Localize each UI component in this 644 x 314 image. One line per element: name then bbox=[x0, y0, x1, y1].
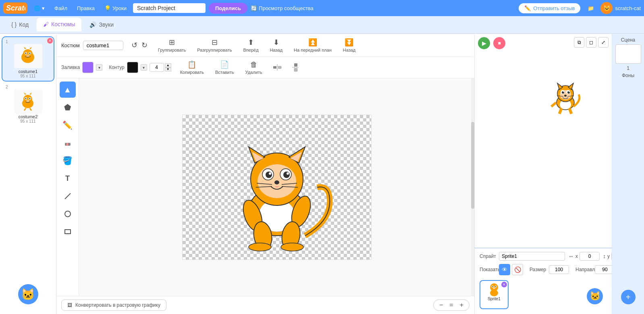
drawing-canvas[interactable] bbox=[182, 115, 372, 260]
svg-point-69 bbox=[564, 95, 567, 97]
edit-menu-button[interactable]: Правка bbox=[74, 4, 98, 13]
y-arrow-icon: ↕ bbox=[603, 253, 606, 260]
x-input[interactable] bbox=[580, 252, 600, 261]
full-screen-toggle[interactable]: ◻ bbox=[586, 37, 596, 48]
feedback-button[interactable]: ✏️ Отправить отзыв bbox=[518, 2, 581, 14]
community-button[interactable]: 🔄 Просмотр сообщества bbox=[251, 5, 314, 11]
tab-code[interactable]: { } Код bbox=[5, 18, 35, 31]
costume-item-2[interactable]: 2 costume2 95 x 111 bbox=[2, 82, 54, 126]
costume-name-input[interactable] bbox=[83, 41, 123, 50]
code-tab-label: Код bbox=[19, 21, 29, 28]
stroke-dropdown[interactable]: ▾ bbox=[141, 64, 147, 71]
stroke-label: Контур bbox=[109, 65, 124, 70]
stroke-size-down[interactable]: ▼ bbox=[165, 67, 171, 71]
fill-dropdown[interactable]: ▾ bbox=[96, 64, 102, 71]
sprite-card-close[interactable]: ✕ bbox=[501, 282, 507, 287]
rect-tool[interactable] bbox=[60, 224, 76, 240]
zoom-in-button[interactable]: + bbox=[458, 301, 465, 309]
add-costume-button[interactable]: 🐱 bbox=[18, 284, 38, 304]
back-label: Назад bbox=[343, 48, 356, 52]
svg-point-44 bbox=[269, 172, 271, 175]
small-stage-button[interactable]: ⧉ bbox=[574, 37, 584, 48]
group-label: Группировать bbox=[158, 48, 186, 52]
stroke-swatch[interactable] bbox=[127, 62, 138, 73]
tab-sounds[interactable]: 🔊 Звуки bbox=[83, 18, 120, 31]
sprite-name-input[interactable] bbox=[499, 252, 565, 261]
sprite-card-1[interactable]: ✕ Sprite1 bbox=[480, 280, 509, 309]
costume-num-2: 2 bbox=[6, 85, 8, 89]
zoom-out-button[interactable]: − bbox=[438, 301, 445, 309]
community-label: Просмотр сообщества bbox=[259, 5, 314, 11]
circle-icon bbox=[64, 210, 72, 218]
text-tool[interactable]: T bbox=[60, 170, 76, 186]
editor-panel: Костюм ↺ ↻ ⊞ Группировать ⊟ Разгруппиров… bbox=[56, 34, 475, 314]
stroke-size-input[interactable] bbox=[150, 63, 164, 72]
pencil-icon: ✏️ bbox=[524, 5, 531, 11]
eraser-tool[interactable] bbox=[60, 135, 76, 151]
reshape-tool[interactable]: ⬟ bbox=[60, 99, 76, 115]
sprite-panel: Спрайт ↔ x ↕ y Показать 👁 🚫 bbox=[475, 248, 612, 314]
costume-1-close[interactable]: ✕ bbox=[47, 38, 53, 44]
project-name-input[interactable] bbox=[133, 3, 206, 13]
show-hidden-button[interactable]: 🚫 bbox=[512, 264, 523, 275]
convert-to-bitmap-button[interactable]: 🖼 Конвертировать в растровую графику bbox=[61, 299, 166, 311]
flip-v-button[interactable] bbox=[290, 61, 302, 73]
user-area[interactable]: 🐱 scratch-cat bbox=[600, 2, 641, 14]
scrollbar-thumb[interactable] bbox=[471, 122, 474, 209]
delete-button[interactable]: 🗑 Удалить bbox=[243, 60, 265, 75]
svg-point-79 bbox=[492, 286, 493, 287]
size-input[interactable] bbox=[549, 265, 569, 274]
canvas-area[interactable] bbox=[79, 78, 474, 296]
ungroup-button[interactable]: ⊟ Разгруппировать bbox=[195, 37, 234, 53]
flip-h-button[interactable] bbox=[271, 61, 283, 73]
share-label: Поделись bbox=[215, 5, 241, 11]
size-label: Размер bbox=[530, 267, 546, 272]
select-tool[interactable]: ▲ bbox=[60, 82, 76, 98]
back-button[interactable]: ⏬ Назад bbox=[341, 37, 358, 53]
full-screen-button[interactable]: ⤢ bbox=[598, 37, 609, 48]
circle-tool[interactable] bbox=[60, 206, 76, 222]
paste-button[interactable]: 📄 Вставить bbox=[213, 59, 237, 75]
stroke-size-up[interactable]: ▲ bbox=[165, 63, 171, 67]
canvas-scrollbar[interactable] bbox=[471, 78, 474, 296]
globe-button[interactable]: 🌐 ▾ bbox=[31, 4, 48, 13]
tab-costumes[interactable]: 🖌 Костюмы bbox=[37, 18, 81, 31]
folder-button[interactable]: 📁 bbox=[584, 4, 597, 13]
username-label: scratch-cat bbox=[615, 5, 641, 11]
backward-button[interactable]: ⬇ Назад bbox=[268, 37, 285, 53]
text-icon: T bbox=[65, 174, 70, 183]
add-sprite-button[interactable]: 🐱 bbox=[587, 288, 603, 304]
share-button[interactable]: Поделись bbox=[209, 3, 247, 14]
fill-tool[interactable]: 🪣 bbox=[60, 153, 76, 169]
sprite-label: Спрайт bbox=[480, 253, 496, 259]
pencil-tool[interactable]: ✏️ bbox=[60, 117, 76, 133]
copy-button[interactable]: 📋 Копировать bbox=[178, 59, 206, 75]
scene-thumb[interactable] bbox=[615, 44, 641, 64]
svg-rect-28 bbox=[66, 143, 68, 146]
costume-2-thumb bbox=[14, 89, 42, 113]
undo-button[interactable]: ↺ bbox=[130, 39, 139, 51]
fill-swatch[interactable] bbox=[82, 62, 93, 73]
green-flag-icon: ▶ bbox=[482, 40, 486, 46]
scratch-logo[interactable]: Scratch bbox=[3, 2, 27, 14]
front-button[interactable]: ⏫ На передний план bbox=[291, 37, 334, 53]
undo-redo-group: ↺ ↻ bbox=[130, 39, 149, 51]
green-flag-button[interactable]: ▶ bbox=[478, 37, 490, 49]
group-button[interactable]: ⊞ Группировать bbox=[156, 37, 189, 53]
stage-area[interactable]: ▶ ■ ⧉ ◻ ⤢ bbox=[475, 34, 612, 248]
stop-button[interactable]: ■ bbox=[493, 37, 505, 49]
redo-button[interactable]: ↻ bbox=[140, 39, 149, 51]
svg-point-76 bbox=[490, 290, 498, 296]
svg-point-16 bbox=[26, 100, 29, 102]
costume-item-1[interactable]: 1 ✕ costume1 95 x 111 bbox=[2, 37, 54, 81]
tutorials-button[interactable]: 💡 Уроки bbox=[101, 4, 130, 13]
forward-button[interactable]: ⬆ Вперёд bbox=[241, 37, 261, 53]
svg-point-45 bbox=[287, 172, 289, 175]
zoom-reset-button[interactable]: = bbox=[448, 301, 455, 309]
svg-line-19 bbox=[24, 108, 26, 111]
add-backdrop-button[interactable]: + bbox=[621, 290, 636, 304]
file-menu-button[interactable]: Файл bbox=[51, 4, 71, 13]
line-tool[interactable] bbox=[60, 188, 76, 204]
svg-marker-8 bbox=[24, 47, 26, 49]
show-visible-button[interactable]: 👁 bbox=[499, 264, 510, 275]
